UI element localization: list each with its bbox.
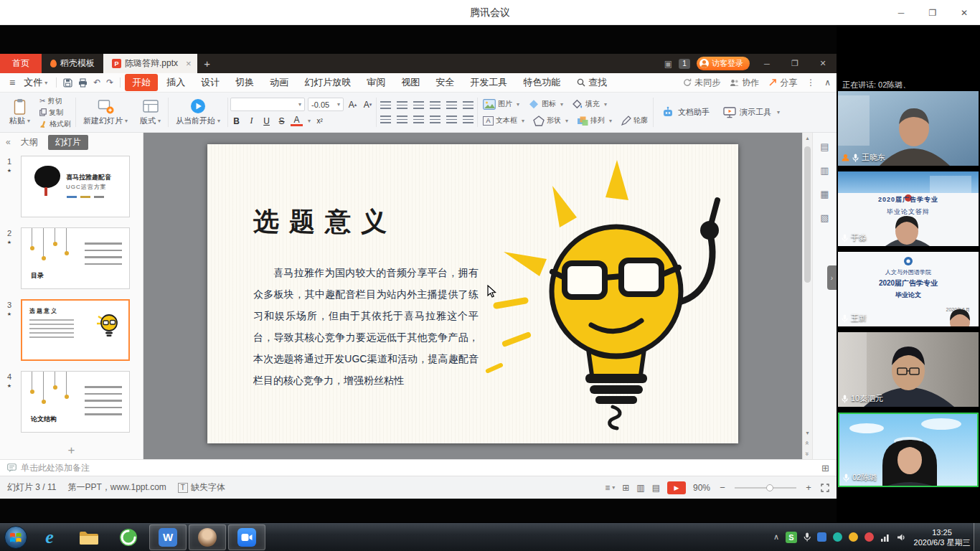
redo-icon[interactable]: ↷ (103, 77, 116, 88)
slide-body-text[interactable]: 喜马拉雅作为国内较大的音频分享平台，拥有众多板块，其中趣配音栏目为站内外主播提供… (253, 262, 479, 391)
window-layout-icon[interactable]: ▣ (664, 59, 672, 69)
new-tab-button[interactable]: + (197, 54, 217, 73)
tab-outline[interactable]: 大纲 (17, 135, 42, 150)
slideshow-play-button[interactable]: ▶ (667, 481, 686, 494)
slide-thumbnail-1[interactable]: 1★ 喜马拉雅趣配音 UGC运营方案 (0, 156, 143, 217)
new-slide-button[interactable]: 新建幻灯片▾ (78, 97, 133, 128)
wps-close-button[interactable]: ✕ (812, 59, 834, 68)
normal-view-icon[interactable]: ⊞ (622, 483, 629, 493)
menu-file[interactable]: 文件▾ (19, 76, 52, 89)
zoom-out-button[interactable]: − (717, 482, 727, 493)
tray-app-icon-teal[interactable] (833, 532, 842, 542)
justify-button[interactable] (428, 114, 442, 125)
more-menu-icon[interactable]: ⋮ (806, 77, 815, 88)
play-from-current-button[interactable]: 从当前开始▾ (171, 97, 225, 128)
sync-status[interactable]: 未同步 (683, 77, 720, 89)
animation-pane-icon[interactable]: ▥ (820, 165, 829, 176)
font-name-select[interactable]: ▾ (230, 98, 305, 111)
menu-insert[interactable]: 插入 (159, 74, 192, 91)
outdent-button[interactable] (412, 100, 425, 110)
vertical-scrollbar[interactable]: ▴ ▾ « » (802, 133, 812, 459)
tray-sogou-icon[interactable]: S (786, 532, 797, 543)
distribute-button[interactable] (445, 114, 458, 125)
taskbar-clock[interactable]: 13:25 2020/6/3 星期三 (910, 527, 974, 547)
collapse-thumbnails-icon[interactable]: « (6, 137, 11, 147)
collapse-ribbon-icon[interactable]: ∧ (824, 77, 831, 88)
insert-shape-button[interactable]: 形状▾ (530, 114, 571, 127)
layout-button[interactable]: 版式▾ (135, 97, 166, 128)
hamburger-icon[interactable]: ≡ (6, 77, 19, 88)
scroll-down-icon[interactable]: ▾ (806, 428, 809, 438)
tray-app-icon-red[interactable] (864, 532, 874, 542)
start-button[interactable] (3, 524, 29, 551)
tab-slides[interactable]: 幻灯片 (48, 135, 88, 150)
video-tile-participant-4[interactable]: 10秦泗元 (838, 332, 979, 407)
undo-icon[interactable]: ↶ (90, 77, 103, 88)
add-slide-button[interactable]: + (0, 442, 143, 459)
columns-button[interactable] (461, 114, 475, 125)
menu-animation[interactable]: 动画 (263, 74, 296, 91)
slide-thumbnail-4[interactable]: 4★ 论文结构 (0, 371, 143, 433)
reading-view-icon[interactable]: ▤ (652, 483, 660, 493)
slide-3[interactable]: 选题意义 喜马拉雅作为国内较大的音频分享平台，拥有众多板块，其中趣配音栏目为站内… (207, 144, 738, 443)
format-painter-button[interactable]: 格式刷 (37, 118, 73, 129)
lightbulb-illustration[interactable] (484, 159, 720, 431)
insert-picture-button[interactable]: 图片▾ (480, 98, 522, 110)
tab-template[interactable]: 稻壳模板 (42, 54, 103, 73)
fill-button[interactable]: 填充▾ (569, 98, 610, 110)
doc-assistant-button[interactable]: 文档助手 (656, 106, 715, 119)
slide-canvas-area[interactable]: 选题意义 喜马拉雅作为国内较大的音频分享平台，拥有众多板块，其中趣配音栏目为站内… (143, 133, 802, 459)
zoom-slider-thumb[interactable] (766, 484, 773, 491)
text-direction-button[interactable] (461, 100, 475, 110)
menu-view[interactable]: 视图 (394, 74, 427, 91)
minimize-button[interactable]: ─ (885, 0, 917, 25)
notification-badge[interactable]: 1 (679, 59, 690, 69)
taskbar-avatar-app-icon[interactable] (189, 524, 226, 550)
taskbar-meeting-icon[interactable] (228, 524, 265, 550)
fit-slide-icon[interactable] (821, 484, 829, 492)
missing-font-button[interactable]: T 缺失字体 (178, 481, 225, 494)
present-tools-button[interactable]: 演示工具▾ (717, 107, 786, 118)
outline-button[interactable]: 轮廓 (618, 114, 651, 127)
copy-button[interactable]: 复制 (37, 107, 73, 118)
menu-design[interactable]: 设计 (194, 74, 227, 91)
menu-features[interactable]: 特色功能 (516, 74, 567, 91)
slide-sorter-icon[interactable]: ▥ (636, 483, 644, 493)
menu-security[interactable]: 安全 (428, 74, 461, 91)
design-pane-icon[interactable]: ▦ (820, 189, 829, 199)
zoom-in-button[interactable]: + (804, 482, 814, 493)
taskbar-explorer-icon[interactable] (70, 524, 108, 550)
font-size-select[interactable]: -0.05▾ (308, 98, 344, 111)
menu-transition[interactable]: 切换 (228, 74, 261, 91)
tray-expand-icon[interactable]: ∧ (773, 532, 779, 542)
arrange-button[interactable]: 排列▾ (574, 114, 615, 127)
tab-home[interactable]: 首页 (0, 54, 42, 73)
slide-title[interactable]: 选题意义 (253, 204, 397, 240)
tray-app-icon-blue[interactable] (817, 532, 826, 542)
decrease-font-button[interactable]: A▾ (362, 98, 374, 110)
video-tile-participant-5[interactable]: 02陈璐 (838, 413, 979, 487)
previous-slide-button[interactable]: « (802, 441, 813, 445)
scroll-up-icon[interactable]: ▴ (806, 133, 809, 143)
collaborate-button[interactable]: 协作 (730, 77, 759, 89)
tray-network-icon[interactable] (880, 533, 890, 542)
bold-button[interactable]: B (230, 115, 242, 127)
menu-review[interactable]: 审阅 (359, 74, 392, 91)
video-tile-participant-1[interactable]: 王晓东 (838, 91, 979, 166)
wps-maximize-button[interactable]: ❐ (784, 59, 806, 68)
line-spacing-button[interactable] (445, 100, 458, 110)
video-tile-participant-3[interactable]: 人文与外国语学院 2020届广告学专业 毕业论文 2020年6月 王新 (838, 252, 979, 326)
menu-start[interactable]: 开始 (125, 74, 158, 91)
strikethrough-button[interactable]: S (275, 115, 288, 127)
italic-button[interactable]: I (245, 115, 258, 127)
show-desktop-button[interactable] (974, 523, 980, 551)
notes-placeholder[interactable]: 单击此处添加备注 (21, 462, 90, 474)
tab-close-icon[interactable]: × (186, 58, 192, 69)
view-menu-icon[interactable]: ≡▾ (605, 483, 615, 493)
close-button[interactable]: ✕ (948, 0, 980, 25)
paste-button[interactable]: 粘贴▾ (4, 97, 35, 128)
save-icon[interactable] (60, 78, 75, 88)
align-left-button[interactable] (379, 114, 392, 125)
increase-font-button[interactable]: A▴ (347, 98, 359, 110)
notes-bar[interactable]: 单击此处添加备注 ⊞ (0, 459, 837, 476)
